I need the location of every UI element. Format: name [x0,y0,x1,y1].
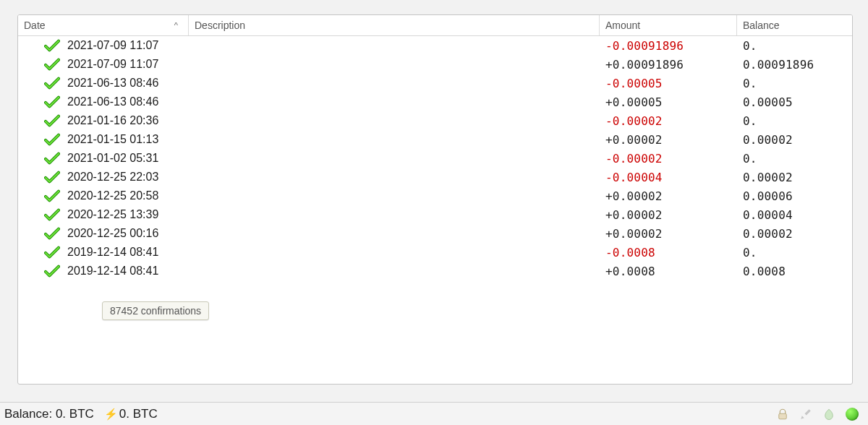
column-header-date[interactable]: Date ^ [18,15,189,35]
cell-date: 2020-12-25 22:03 [18,171,189,184]
balance-value: 0. BTC [56,407,94,421]
confirmed-check-icon [44,227,60,240]
table-row[interactable]: 2021-01-15 01:13+0.000020.00002 [18,130,852,149]
status-bar: Balance: 0. BTC ⚡0. BTC [0,402,868,425]
balance-display: Balance: 0. BTC [4,407,94,421]
svg-rect-0 [779,413,787,419]
date-text: 2019-12-14 08:41 [67,265,158,278]
table-header: Date ^ Description Amount Balance [18,15,852,36]
cell-date: 2021-01-02 05:31 [18,152,189,165]
table-row[interactable]: 2019-12-14 08:41+0.00080.0008 [18,262,852,280]
table-row[interactable]: 2020-12-25 13:39+0.000020.00004 [18,205,852,224]
date-text: 2021-06-13 08:46 [67,77,158,90]
status-right [775,407,868,421]
cell-date: 2019-12-14 08:41 [18,265,189,278]
cell-date: 2021-06-13 08:46 [18,95,189,108]
confirmed-check-icon [44,95,60,108]
cell-balance: 0. [737,246,852,259]
column-header-balance[interactable]: Balance [737,15,852,35]
cell-date: 2021-01-15 01:13 [18,133,189,146]
cell-date: 2019-12-14 08:41 [18,246,189,259]
date-text: 2021-06-13 08:46 [67,95,158,108]
cell-amount: -0.00002 [600,114,737,128]
confirmed-check-icon [44,133,60,146]
cell-amount: -0.00005 [600,77,737,90]
cell-balance: 0.00002 [737,171,852,184]
cell-balance: 0. [737,39,852,53]
column-label: Description [195,20,245,31]
confirmed-check-icon [44,246,60,259]
lock-icon[interactable] [775,407,790,421]
column-header-description[interactable]: Description [189,15,600,35]
confirmed-check-icon [44,39,60,52]
cell-balance: 0.00091896 [737,58,852,72]
column-label: Date [24,20,46,31]
cell-balance: 0. [737,152,852,166]
transaction-list: 2021-07-09 11:07-0.000918960.2021-07-09 … [18,36,852,280]
column-header-amount[interactable]: Amount [600,15,737,35]
table-row[interactable]: 2021-07-09 11:07+0.000918960.00091896 [18,55,852,74]
cell-date: 2020-12-25 00:16 [18,227,189,240]
cell-amount: -0.0008 [600,246,737,259]
date-text: 2020-12-25 13:39 [67,208,158,221]
balance-label: Balance: [4,407,52,421]
confirmed-check-icon [44,189,60,202]
confirmed-check-icon [44,58,60,71]
table-row[interactable]: 2021-07-09 11:07-0.000918960. [18,36,852,55]
seed-icon[interactable] [822,407,836,421]
table-row[interactable]: 2021-06-13 08:46+0.000050.00005 [18,93,852,111]
table-row[interactable]: 2020-12-25 22:03-0.000040.00002 [18,168,852,186]
date-text: 2019-12-14 08:41 [67,246,158,259]
lightning-icon: ⚡ [104,408,118,420]
cell-amount: +0.00002 [600,133,737,147]
column-label: Balance [743,20,780,31]
cell-amount: -0.00002 [600,152,737,166]
cell-date: 2021-07-09 11:07 [18,58,189,71]
confirmed-check-icon [44,152,60,165]
date-text: 2021-07-09 11:07 [67,58,158,71]
confirmed-check-icon [44,208,60,221]
cell-amount: +0.00002 [600,227,737,241]
network-status-icon[interactable] [845,407,859,421]
cell-amount: +0.0008 [600,265,737,278]
lightning-value: 0. BTC [119,407,158,421]
date-text: 2020-12-25 00:16 [67,227,158,240]
date-text: 2021-07-09 11:07 [67,39,158,52]
date-text: 2021-01-15 01:13 [67,133,158,146]
date-text: 2021-01-16 20:36 [67,114,158,127]
confirmed-check-icon [44,265,60,278]
table-row[interactable]: 2021-01-02 05:31-0.000020. [18,149,852,168]
cell-balance: 0.00002 [737,133,852,147]
cell-balance: 0. [737,114,852,128]
cell-amount: +0.00005 [600,95,737,109]
cell-balance: 0.0008 [737,265,852,278]
confirmed-check-icon [44,171,60,184]
table-row[interactable]: 2020-12-25 20:58+0.000020.00006 [18,186,852,205]
confirmed-check-icon [44,114,60,127]
lightning-balance: ⚡0. BTC [104,407,158,421]
date-text: 2020-12-25 20:58 [67,189,158,202]
cell-amount: +0.00002 [600,189,737,203]
confirmations-tooltip: 87452 confirmations [102,301,209,320]
table-row[interactable]: 2021-01-16 20:36-0.000020. [18,111,852,130]
cell-amount: +0.00002 [600,208,737,222]
cell-amount: +0.00091896 [600,58,737,72]
tooltip-text: 87452 confirmations [110,305,201,317]
cell-amount: -0.00004 [600,171,737,184]
table-row[interactable]: 2019-12-14 08:41-0.00080. [18,243,852,262]
sort-ascending-icon: ^ [174,21,182,30]
confirmed-check-icon [44,77,60,90]
date-text: 2021-01-02 05:31 [67,152,158,165]
cell-date: 2021-07-09 11:07 [18,39,189,52]
history-panel: Date ^ Description Amount Balance 2021-0… [17,14,853,385]
cell-balance: 0. [737,77,852,90]
cell-balance: 0.00005 [737,95,852,109]
status-left: Balance: 0. BTC ⚡0. BTC [0,407,158,421]
cell-amount: -0.00091896 [600,39,737,53]
table-row[interactable]: 2020-12-25 00:16+0.000020.00002 [18,224,852,243]
table-row[interactable]: 2021-06-13 08:46-0.000050. [18,74,852,93]
cell-date: 2021-06-13 08:46 [18,77,189,90]
tools-icon[interactable] [799,407,813,421]
date-text: 2020-12-25 22:03 [67,171,158,184]
cell-date: 2020-12-25 13:39 [18,208,189,221]
